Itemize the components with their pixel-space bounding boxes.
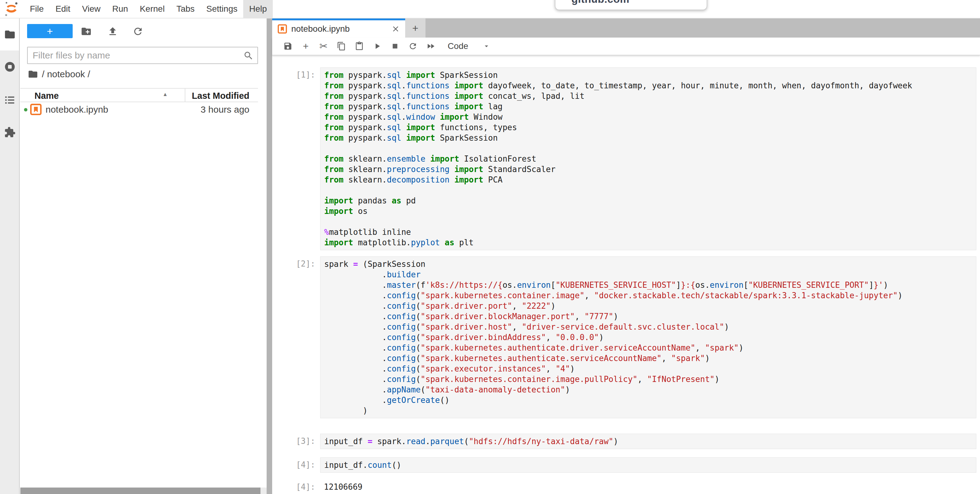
sort-ascending-icon: ▲ [162, 91, 168, 98]
popup-origin-text: github.com [571, 0, 629, 5]
menu-kernel[interactable]: Kernel [134, 0, 170, 18]
file-listing-header: Name ▲ Last Modified [20, 88, 258, 102]
cell-editor[interactable]: input_df = spark.read.parquet("hdfs://hd… [320, 434, 976, 449]
code-cell: [1]:from pyspark.sql import SparkSession… [272, 67, 980, 250]
menu-run[interactable]: Run [107, 0, 134, 18]
add-cell-button[interactable]: + [297, 40, 315, 53]
notebook-file-icon [278, 24, 287, 33]
home-folder-icon[interactable] [28, 69, 38, 79]
column-header-name[interactable]: Name [35, 91, 59, 101]
save-button[interactable] [279, 40, 297, 53]
menu-file[interactable]: File [24, 0, 49, 18]
new-folder-icon[interactable] [81, 26, 92, 37]
breadcrumb-path: / notebook / [42, 69, 90, 79]
restart-run-all-button[interactable] [422, 40, 440, 53]
file-browser-panel: + / notebook / Name ▲ Last Modified [20, 19, 267, 494]
filter-files-box [27, 47, 258, 64]
code-cell: [3]:input_df = spark.read.parquet("hdfs:… [272, 434, 980, 449]
restart-kernel-button[interactable] [404, 40, 422, 53]
cell-output-area: 12106669 [320, 480, 976, 494]
menu-settings[interactable]: Settings [200, 0, 243, 18]
notebook-file-icon [30, 104, 41, 115]
notebook-toolbar: + ✂ Code [272, 38, 980, 56]
left-sidebar [0, 19, 20, 494]
cell-editor[interactable]: spark = (SparkSession .builder .master(f… [320, 256, 976, 418]
filter-files-input[interactable] [33, 48, 239, 64]
jupyter-logo-icon [4, 1, 19, 17]
upload-icon[interactable] [107, 26, 118, 37]
copy-cell-button[interactable] [332, 40, 350, 53]
jupyterlab-app: FileEditViewRunKernelTabsSettingsHelp gi… [0, 0, 980, 494]
interrupt-kernel-button[interactable] [386, 40, 404, 53]
paste-cell-button[interactable] [350, 40, 368, 53]
chevron-down-icon [482, 42, 490, 50]
menu-edit[interactable]: Edit [49, 0, 76, 18]
search-icon [243, 51, 254, 61]
file-name: notebook.ipynb [46, 104, 108, 115]
file-modified: 3 hours ago [201, 104, 250, 115]
close-tab-icon[interactable] [391, 25, 399, 33]
notebook-cells: [1]:from pyspark.sql import SparkSession… [272, 56, 980, 494]
browser-popup: github.com [555, 0, 707, 10]
menu-tabs[interactable]: Tabs [170, 0, 200, 18]
running-sessions-icon[interactable] [4, 61, 16, 73]
code-cell: [4]:input_df.count() [272, 457, 980, 473]
hscrollbar-thumb[interactable] [20, 488, 261, 494]
new-launcher-button[interactable]: + [27, 24, 73, 38]
file-row[interactable]: notebook.ipynb 3 hours ago [20, 102, 258, 117]
menu-items: FileEditViewRunKernelTabsSettingsHelp [24, 0, 273, 18]
cell-prompt: [4]: [272, 457, 320, 473]
menu-bar: FileEditViewRunKernelTabsSettingsHelp [0, 0, 980, 19]
file-browser-hscrollbar[interactable] [20, 488, 267, 494]
column-divider [185, 89, 185, 102]
breadcrumb[interactable]: / notebook / [28, 69, 90, 79]
menu-view[interactable]: View [76, 0, 106, 18]
kernel-running-dot [24, 108, 27, 111]
refresh-icon[interactable] [132, 26, 143, 37]
tab-title: notebook.ipynb [291, 24, 391, 34]
notebook-panel: notebook.ipynb + + ✂ [272, 19, 980, 494]
tab-notebook[interactable]: notebook.ipynb [272, 19, 405, 38]
cell-prompt: [3]: [272, 434, 320, 449]
column-header-last-modified[interactable]: Last Modified [192, 91, 250, 101]
cell-editor[interactable]: input_df.count() [320, 457, 976, 473]
extension-manager-icon[interactable] [4, 127, 16, 138]
cell-prompt: [2]: [272, 256, 320, 418]
new-tab-button[interactable]: + [405, 19, 425, 38]
output-cell: [4]:12106669 [272, 480, 980, 494]
cell-editor[interactable]: from pyspark.sql import SparkSessionfrom… [320, 67, 976, 250]
cut-cell-button[interactable]: ✂ [315, 40, 332, 53]
file-browser-icon[interactable] [4, 29, 16, 40]
cell-prompt: [1]: [272, 67, 320, 250]
panel-divider[interactable] [267, 19, 272, 494]
cell-type-value: Code [448, 41, 468, 51]
cell-type-dropdown[interactable]: Code [448, 41, 490, 51]
cell-prompt: [4]: [272, 480, 320, 494]
menu-help[interactable]: Help [243, 0, 273, 18]
table-of-contents-icon[interactable] [4, 94, 16, 106]
tab-bar: notebook.ipynb + [272, 19, 980, 38]
run-cell-button[interactable] [368, 40, 386, 53]
code-cell: [2]:spark = (SparkSession .builder .mast… [272, 256, 980, 418]
